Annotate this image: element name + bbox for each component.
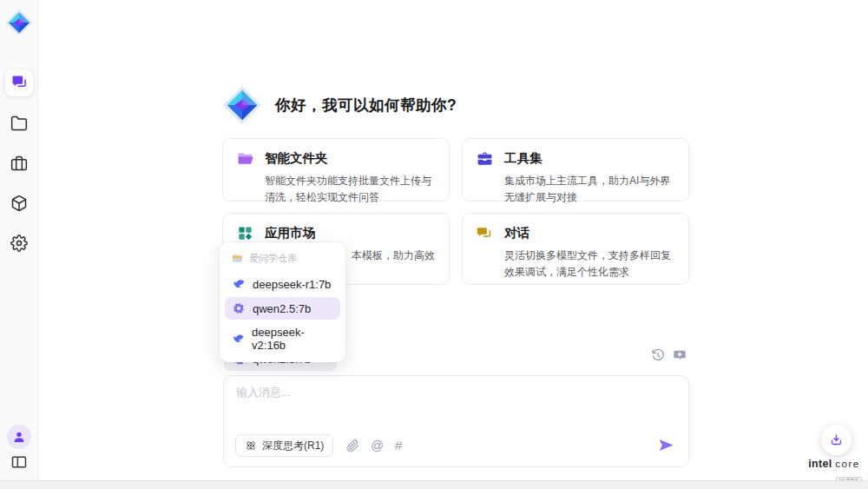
- user-icon: [12, 430, 26, 444]
- repository-icon: [232, 253, 243, 264]
- card-title: 对话: [504, 225, 529, 241]
- window-bottom-edge: [0, 480, 868, 489]
- user-avatar[interactable]: [7, 425, 31, 449]
- attach-file-button[interactable]: [346, 439, 359, 453]
- gear-icon: [10, 235, 28, 252]
- composer-toolbar: 深度思考(R1) @ #: [235, 434, 676, 457]
- model-option-deepseek-v2[interactable]: deepseek-v2:16b: [225, 321, 340, 356]
- deep-think-toggle[interactable]: 深度思考(R1): [235, 434, 333, 457]
- card-title: 智能文件夹: [265, 150, 328, 167]
- history-icon: [651, 348, 665, 362]
- deep-think-label: 深度思考(R1): [262, 439, 324, 453]
- greeting-row: 你好，我可以如何帮助你?: [222, 85, 457, 125]
- app-market-icon: [237, 225, 253, 241]
- model-dropdown: 爱问学仓库 deepseek-r1:7b qwen2.5:7b deepseek…: [220, 242, 345, 362]
- composer-icons: @ #: [346, 439, 402, 453]
- collapse-panel-icon: [10, 453, 28, 471]
- card-title: 工具集: [504, 150, 542, 167]
- message-input[interactable]: [236, 385, 674, 426]
- download-button[interactable]: [821, 425, 852, 455]
- dialogue-icon: [477, 225, 493, 241]
- greeting-text: 你好，我可以如何帮助你?: [275, 95, 457, 116]
- assistant-logo: [222, 85, 262, 125]
- app-logo[interactable]: [5, 9, 33, 36]
- new-chat-icon: [673, 348, 687, 362]
- smart-folder-icon: [237, 150, 253, 167]
- sidebar: [0, 0, 38, 489]
- atom-icon: [245, 439, 257, 452]
- model-group-label: 爱问学仓库: [249, 252, 297, 265]
- cube-icon: [10, 195, 28, 212]
- card-description: 智能文件夹功能支持批量文件上传与清洗，轻松实现文件问答: [265, 173, 435, 205]
- session-toolbar: [651, 348, 687, 362]
- card-title: 应用市场: [265, 225, 315, 241]
- core-wordmark: core: [835, 459, 859, 469]
- sidebar-item-chat[interactable]: [10, 73, 29, 92]
- sidebar-item-settings[interactable]: [10, 234, 29, 253]
- model-option-label: qwen2.5:7b: [253, 302, 311, 315]
- history-button[interactable]: [651, 348, 665, 362]
- chat-icon: [10, 74, 28, 91]
- card-description: 集成市场上主流工具，助力AI与外界无缝扩展与对接: [504, 173, 674, 205]
- card-dialogue[interactable]: 对话 灵活切换多模型文件，支持多样回复效果调试，满足个性化需求: [462, 213, 689, 285]
- briefcase-icon: [10, 155, 28, 172]
- model-option-label: deepseek-v2:16b: [252, 326, 333, 352]
- mention-button[interactable]: @: [371, 439, 384, 453]
- model-option-deepseek-r1[interactable]: deepseek-r1:7b: [225, 273, 340, 295]
- sidebar-item-toolset[interactable]: [10, 154, 29, 173]
- download-icon: [829, 433, 844, 447]
- card-toolset[interactable]: 工具集 集成市场上主流工具，助力AI与外界无缝扩展与对接: [462, 138, 689, 202]
- topic-button[interactable]: #: [395, 439, 402, 453]
- toolset-icon: [477, 150, 493, 167]
- qwen-icon: [232, 301, 246, 315]
- intel-wordmark: intel: [808, 458, 832, 470]
- message-composer: 深度思考(R1) @ #: [223, 375, 689, 467]
- deepseek-icon: [232, 277, 246, 291]
- model-option-qwen[interactable]: qwen2.5:7b: [225, 297, 340, 320]
- paperclip-icon: [346, 439, 359, 453]
- collapse-sidebar-button[interactable]: [10, 453, 29, 472]
- card-description: 灵活切换多模型文件，支持多样回复效果调试，满足个性化需求: [504, 248, 674, 280]
- model-dropdown-group: 爱问学仓库: [225, 248, 340, 271]
- deepseek-icon: [232, 332, 245, 346]
- send-icon: [657, 436, 675, 454]
- sidebar-item-folders[interactable]: [10, 114, 29, 133]
- folder-icon: [10, 115, 28, 132]
- new-chat-button[interactable]: [673, 348, 687, 362]
- model-option-label: deepseek-r1:7b: [253, 278, 331, 291]
- card-smart-folder[interactable]: 智能文件夹 智能文件夹功能支持批量文件上传与清洗，轻松实现文件问答: [222, 138, 450, 202]
- sidebar-item-models[interactable]: [10, 194, 29, 213]
- send-button[interactable]: [657, 436, 676, 455]
